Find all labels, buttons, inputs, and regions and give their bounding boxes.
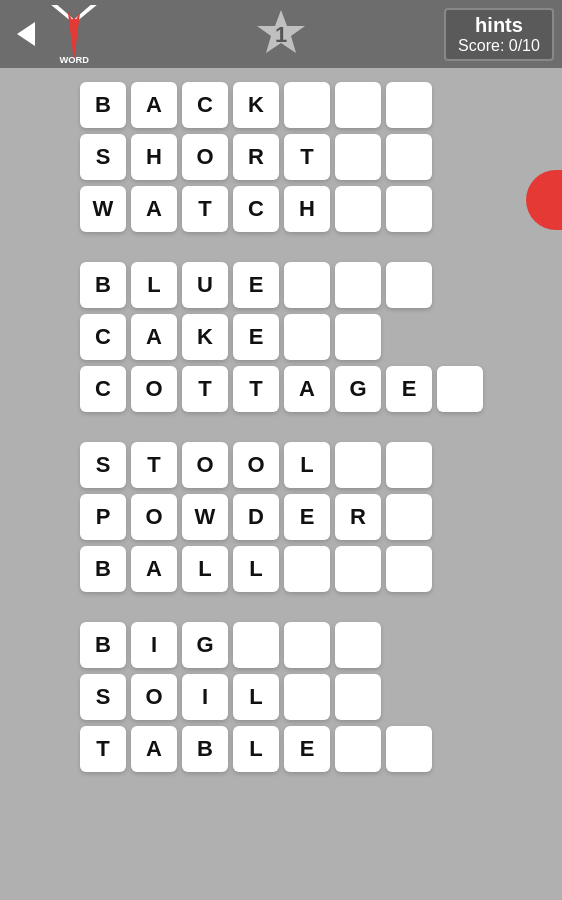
letter-tile-1-3-1: W [80,186,126,232]
word-row-1-3: WATCH [80,186,502,232]
back-button[interactable] [8,9,44,59]
letter-tile-3-1-1: S [80,442,126,488]
word-row-4-2: SOIL [80,674,502,720]
empty-tile-2-2-1[interactable] [284,314,330,360]
letter-tile-3-2-3: W [182,494,228,540]
level-badge: 1 [253,6,309,62]
empty-tile-1-2-1[interactable] [335,134,381,180]
empty-tile-4-3-1[interactable] [335,726,381,772]
letter-tile-4-2-1: S [80,674,126,720]
empty-tile-4-1-2[interactable] [284,622,330,668]
word-group-4: BIGSOILTABLE [80,622,502,772]
main-content: BACKSHORTWATCHBLUECAKECOTTAGESTOOLPOWDER… [0,68,562,786]
empty-tile-4-2-1[interactable] [284,674,330,720]
letter-tile-3-3-3: L [182,546,228,592]
empty-tile-3-3-3[interactable] [386,546,432,592]
empty-tile-2-2-2[interactable] [335,314,381,360]
empty-tile-1-2-2[interactable] [386,134,432,180]
word-group-2: BLUECAKECOTTAGE [80,262,502,412]
empty-tile-1-1-2[interactable] [335,82,381,128]
word-group-3: STOOLPOWDERBALL [80,442,502,592]
letter-tile-1-2-1: S [80,134,126,180]
empty-tile-4-1-3[interactable] [335,622,381,668]
empty-tile-1-3-1[interactable] [335,186,381,232]
letter-tile-1-3-4: C [233,186,279,232]
letter-tile-1-1-2: A [131,82,177,128]
letter-tile-3-2-6: R [335,494,381,540]
letter-tile-1-2-3: O [182,134,228,180]
letter-tile-2-3-1: C [80,366,126,412]
empty-tile-2-3-1[interactable] [437,366,483,412]
empty-tile-2-1-3[interactable] [386,262,432,308]
letter-tile-3-3-1: B [80,546,126,592]
letter-tile-1-1-4: K [233,82,279,128]
letter-tile-3-1-3: O [182,442,228,488]
letter-tile-1-1-3: C [182,82,228,128]
letter-tile-1-3-5: H [284,186,330,232]
letter-tile-4-1-1: B [80,622,126,668]
hints-box[interactable]: hints Score: 0/10 [444,8,554,61]
letter-tile-2-2-1: C [80,314,126,360]
letter-tile-3-3-2: A [131,546,177,592]
letter-tile-2-3-5: A [284,366,330,412]
letter-tile-3-2-1: P [80,494,126,540]
letter-tile-2-2-4: E [233,314,279,360]
letter-tile-1-3-2: A [131,186,177,232]
empty-tile-4-2-2[interactable] [335,674,381,720]
word-row-2-3: COTTAGE [80,366,502,412]
letter-tile-2-3-7: E [386,366,432,412]
word-group-1: BACKSHORTWATCH [80,82,502,232]
letter-tile-4-3-1: T [80,726,126,772]
empty-tile-3-2-1[interactable] [386,494,432,540]
letter-tile-3-2-5: E [284,494,330,540]
word-row-3-2: POWDER [80,494,502,540]
letter-tile-3-1-2: T [131,442,177,488]
empty-tile-4-1-1[interactable] [233,622,279,668]
empty-tile-1-3-2[interactable] [386,186,432,232]
empty-tile-1-1-1[interactable] [284,82,330,128]
letter-tile-2-3-3: T [182,366,228,412]
empty-tile-1-1-3[interactable] [386,82,432,128]
word-row-2-2: CAKE [80,314,502,360]
word-row-3-3: BALL [80,546,502,592]
letter-tile-2-1-2: L [131,262,177,308]
letter-tile-3-3-4: L [233,546,279,592]
letter-tile-3-1-4: O [233,442,279,488]
empty-tile-2-1-1[interactable] [284,262,330,308]
letter-tile-1-2-2: H [131,134,177,180]
letter-tile-2-1-1: B [80,262,126,308]
word-row-1-2: SHORT [80,134,502,180]
letter-tile-3-2-2: O [131,494,177,540]
letter-tile-1-1-1: B [80,82,126,128]
empty-tile-3-1-1[interactable] [335,442,381,488]
letter-tile-4-2-3: I [182,674,228,720]
logo-icon: WORD [44,5,104,63]
letter-tile-1-2-5: T [284,134,330,180]
letter-tile-2-2-3: K [182,314,228,360]
svg-marker-1 [68,11,80,61]
empty-tile-4-3-2[interactable] [386,726,432,772]
back-arrow-icon [17,22,35,46]
letter-tile-2-1-4: E [233,262,279,308]
letter-tile-4-3-2: A [131,726,177,772]
empty-tile-3-3-1[interactable] [284,546,330,592]
letter-tile-4-3-5: E [284,726,330,772]
word-row-4-3: TABLE [80,726,502,772]
letter-tile-4-1-3: G [182,622,228,668]
score-display: Score: 0/10 [456,37,542,55]
hints-title: hints [456,14,542,37]
letter-tile-4-1-2: I [131,622,177,668]
header: WORD 1 hints Score: 0/10 [0,0,562,68]
letter-tile-4-3-4: L [233,726,279,772]
word-row-4-1: BIG [80,622,502,668]
empty-tile-3-3-2[interactable] [335,546,381,592]
empty-tile-2-1-2[interactable] [335,262,381,308]
letter-tile-1-3-3: T [182,186,228,232]
letter-tile-2-3-2: O [131,366,177,412]
letter-tile-3-2-4: D [233,494,279,540]
letter-tile-4-2-4: L [233,674,279,720]
svg-text:WORD: WORD [60,55,90,63]
letter-tile-1-2-4: R [233,134,279,180]
word-row-3-1: STOOL [80,442,502,488]
empty-tile-3-1-2[interactable] [386,442,432,488]
